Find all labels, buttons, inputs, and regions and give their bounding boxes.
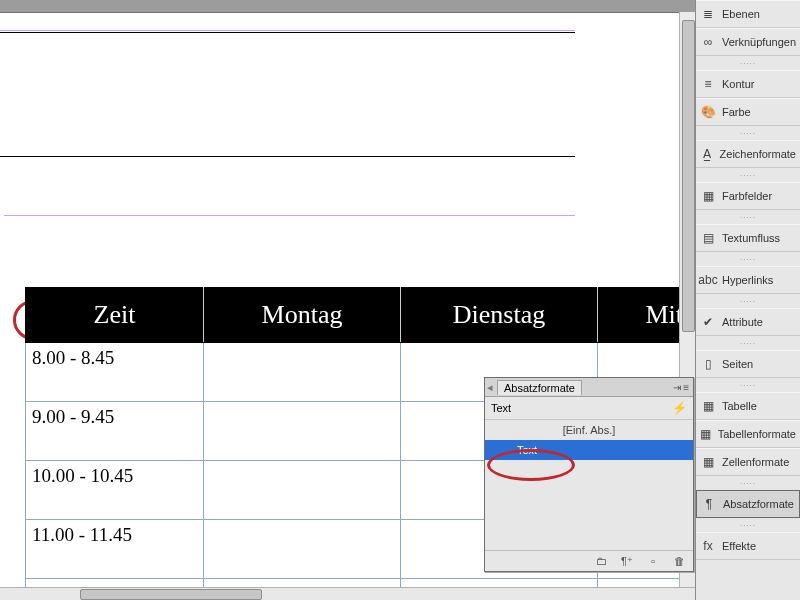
panel-label: Seiten	[722, 358, 753, 370]
scrollbar-thumb[interactable]	[682, 20, 695, 332]
panel-item-tabelle[interactable]: ▦Tabelle	[696, 392, 800, 420]
stroke-icon: ≡	[700, 76, 716, 92]
paragraph-styles-panel[interactable]: ◂ Absatzformate ⇥ ≡ Text ⚡ [Einf. Abs.] …	[484, 377, 694, 572]
panel-item-tabellenformate[interactable]: ▦Tabellenformate	[696, 420, 800, 448]
style-item-basic[interactable]: [Einf. Abs.]	[485, 420, 693, 440]
panel-label: Zeichenformate	[720, 148, 796, 160]
panel-divider	[696, 518, 800, 532]
table-icon: ▦	[700, 398, 716, 414]
panel-label: Textumfluss	[722, 232, 780, 244]
panel-item-hyperlinks[interactable]: abcHyperlinks	[696, 266, 800, 294]
col-header-tue[interactable]: Dienstag	[401, 288, 598, 343]
time-cell[interactable]: 10.00 - 10.45	[26, 461, 204, 520]
empty-cell[interactable]	[204, 461, 401, 520]
page-edge	[0, 32, 575, 33]
panel-divider	[696, 378, 800, 392]
time-cell[interactable]: 11.00 - 11.45	[26, 520, 204, 579]
time-cell[interactable]: 9.00 - 9.45	[26, 402, 204, 461]
panel-label: Tabellenformate	[718, 428, 796, 440]
panel-label: Effekte	[722, 540, 756, 552]
panel-label: Farbfelder	[722, 190, 772, 202]
panel-item-kontur[interactable]: ≡Kontur	[696, 70, 800, 98]
panel-item-verknuepfungen[interactable]: ∞Verknüpfungen	[696, 28, 800, 56]
panel-label: Hyperlinks	[722, 274, 773, 286]
styles-list[interactable]: [Einf. Abs.] Text	[485, 420, 693, 550]
panel-label: Zellenformate	[722, 456, 789, 468]
panel-item-farbfelder[interactable]: ▦Farbfelder	[696, 182, 800, 210]
empty-cell[interactable]	[204, 343, 401, 402]
margin-guide	[4, 215, 575, 216]
collapse-icon[interactable]: ◂	[485, 381, 495, 394]
current-style-row: Text ⚡	[485, 397, 693, 420]
panel-label: Tabelle	[722, 400, 757, 412]
charstyles-icon: A̲	[700, 146, 714, 162]
tablestyles-icon: ▦	[700, 426, 712, 442]
panel-item-seiten[interactable]: ▯Seiten	[696, 350, 800, 378]
empty-cell[interactable]	[204, 402, 401, 461]
panel-item-ebenen[interactable]: ≣Ebenen	[696, 0, 800, 28]
col-header-wed[interactable]: Mittwoch	[598, 288, 681, 343]
panel-item-textumfluss[interactable]: ▤Textumfluss	[696, 224, 800, 252]
layers-icon: ≣	[700, 6, 716, 22]
panel-divider	[696, 336, 800, 350]
panel-label: Kontur	[722, 78, 754, 90]
pages-icon: ▯	[700, 356, 716, 372]
panel-item-zellenformate[interactable]: ▦Zellenformate	[696, 448, 800, 476]
panel-divider	[696, 294, 800, 308]
color-icon: 🎨	[700, 104, 716, 120]
scrollbar-thumb[interactable]	[80, 589, 262, 600]
panel-dock: ≣Ebenen ∞Verknüpfungen ≡Kontur 🎨Farbe A̲…	[695, 0, 800, 600]
panel-divider	[696, 56, 800, 70]
current-style-name: Text	[491, 402, 511, 414]
panel-divider	[696, 210, 800, 224]
hyperlinks-icon: abc	[700, 272, 716, 288]
panel-item-absatzformate[interactable]: ¶Absatzformate	[696, 490, 800, 518]
panel-divider	[696, 476, 800, 490]
empty-cell[interactable]	[204, 520, 401, 579]
style-item-text[interactable]: Text	[485, 440, 693, 460]
col-header-mon[interactable]: Montag	[204, 288, 401, 343]
page-edge	[0, 156, 575, 157]
panel-dock-icon[interactable]: ⇥	[673, 382, 681, 393]
swatches-icon: ▦	[700, 188, 716, 204]
horizontal-scrollbar[interactable]	[0, 587, 696, 600]
effects-icon: fx	[700, 538, 716, 554]
folder-icon[interactable]: 🗀	[593, 554, 609, 568]
panel-header[interactable]: ◂ Absatzformate ⇥ ≡	[485, 378, 693, 397]
textwrap-icon: ▤	[700, 230, 716, 246]
clear-overrides-icon[interactable]: ¶⁺	[619, 554, 635, 568]
new-style-icon[interactable]: ▫	[645, 554, 661, 568]
panel-label: Verknüpfungen	[722, 36, 796, 48]
col-header-time[interactable]: Zeit	[26, 288, 204, 343]
delete-icon[interactable]: 🗑	[671, 554, 687, 568]
quick-apply-icon[interactable]: ⚡	[672, 401, 687, 415]
links-icon: ∞	[700, 34, 716, 50]
panel-divider	[696, 168, 800, 182]
panel-item-farbe[interactable]: 🎨Farbe	[696, 98, 800, 126]
panel-footer: 🗀 ¶⁺ ▫ 🗑	[485, 550, 693, 571]
panel-tab[interactable]: Absatzformate	[497, 380, 582, 395]
panel-divider	[696, 252, 800, 266]
panel-label: Ebenen	[722, 8, 760, 20]
panel-label: Attribute	[722, 316, 763, 328]
panel-menu-icon[interactable]: ≡	[683, 382, 689, 393]
time-cell[interactable]: 8.00 - 8.45	[26, 343, 204, 402]
panel-item-zeichenformate[interactable]: A̲Zeichenformate	[696, 140, 800, 168]
cellstyles-icon: ▦	[700, 454, 716, 470]
panel-item-effekte[interactable]: fxEffekte	[696, 532, 800, 560]
page-guide	[0, 30, 575, 31]
panel-label: Farbe	[722, 106, 751, 118]
panel-item-attribute[interactable]: ✔Attribute	[696, 308, 800, 336]
attributes-icon: ✔	[700, 314, 716, 330]
panel-label: Absatzformate	[723, 498, 794, 510]
panel-divider	[696, 126, 800, 140]
parastyles-icon: ¶	[701, 496, 717, 512]
